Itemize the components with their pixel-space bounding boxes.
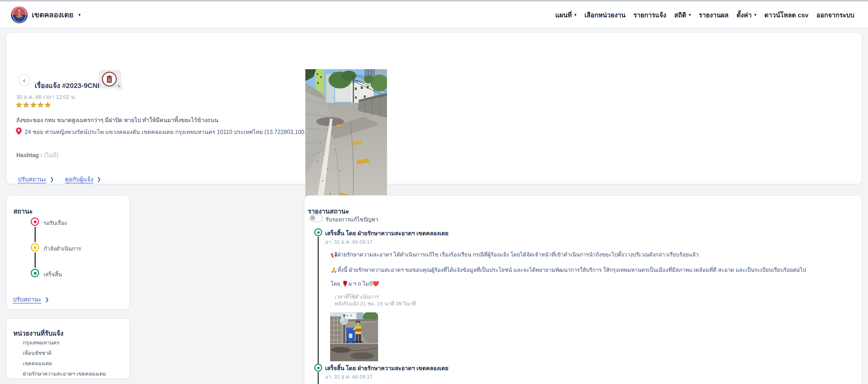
menu-label: ดาวน์โหลด csv (764, 10, 808, 20)
agency-item: ฝ่ายรักษาความสะอาดฯ เขตคลองเตย (23, 370, 106, 378)
menu-select-agency[interactable]: เลือกหน่วยงาน (584, 10, 625, 20)
completion-photo[interactable] (330, 312, 378, 361)
report-links: ปรับสถานะ ❯ คุยกับผู้แจ้ง ❯ (18, 174, 101, 184)
page: เขตคลองเตย ▾ แผนที่▾ เลือกหน่วยงาน รายกา… (0, 0, 868, 384)
menu-settings[interactable]: ตั้งค่า▾ (736, 10, 756, 20)
hashtag-row: Hashtag :(ไม่มี) (16, 151, 58, 160)
chevron-right-icon: ❯ (97, 176, 101, 182)
hashtag-value: (ไม่มี) (44, 152, 58, 158)
link-label: ปรับสถานะ (18, 174, 46, 184)
adjust-status-link-2[interactable]: ปรับสถานะ ❯ (13, 294, 49, 304)
status-step-done-icon (31, 269, 39, 277)
chevron-down-icon: ▾ (754, 12, 756, 17)
status-step-inprogress-label: กำลังดำเนินการ (43, 244, 81, 253)
chevron-down-icon: ▾ (79, 12, 81, 17)
certify-toggle-label: รับรองการแก้ไขปัญหา (326, 215, 378, 224)
main-menu: แผนที่▾ เลือกหน่วยงาน รายการแจ้ง สถิติ▾ … (555, 1, 855, 28)
district-logo-icon (11, 6, 28, 23)
agency-item: เขตคลองเตย (23, 359, 52, 368)
report-datetime: 30 ธ.ค. 66 เวลา 12:02 น. (16, 93, 76, 101)
back-button[interactable]: ‹ (18, 74, 30, 86)
report-card: ‹ เรื่องแจ้ง #2023-9CNK9D ✎ 30 ธ.ค. 66 เ… (6, 32, 862, 184)
entry-title: เสร็จสิ้น โดย ฝ่ายรักษาความสะอาดฯ เขตคลอ… (325, 364, 448, 373)
agency-item: เพื่อนชัชชาติ (23, 349, 52, 357)
status-report-card: รายงานสถานะ (304, 195, 862, 384)
category-badge[interactable]: ✎ (99, 70, 121, 89)
status-connector (35, 227, 36, 242)
chevron-right-icon: ❯ (50, 176, 54, 182)
menu-label: รายการแจ้ง (633, 10, 666, 20)
entry-time-used-value: หลังรับแจ้ง 21 ชม. 15 นาที 39 วินาที (335, 300, 416, 308)
link-label: คุยกับผู้แจ้ง (65, 174, 93, 184)
entry-title: เสร็จสิ้น โดย ฝ่ายรักษาความสะอาดฯ เขตคลอ… (325, 229, 448, 238)
chevron-down-icon: ▾ (574, 12, 577, 17)
menu-download-csv[interactable]: ดาวน์โหลด csv (764, 10, 808, 20)
agency-item: กรุงเทพมหานคร (23, 339, 59, 347)
certify-toggle[interactable] (309, 214, 323, 222)
menu-label: แผนที่ (555, 10, 572, 20)
timeline-connector (318, 237, 319, 364)
chevron-down-icon: ▾ (689, 12, 691, 17)
status-step-done-label: เสร็จสิ้น (43, 270, 62, 279)
menu-label: สถิติ (674, 10, 686, 20)
link-label: ปรับสถานะ (13, 294, 41, 304)
status-step-pending-label: รอรับเรื่อง (43, 218, 67, 227)
timeline-done-icon (314, 228, 322, 236)
report-photo[interactable] (305, 69, 387, 216)
menu-results-report[interactable]: รายงานผล (699, 10, 728, 20)
location-row: 24 ซอย ท่านหญิงพวงรัตน์ประไพ แขวงคลองตัน… (16, 128, 327, 137)
entry-byline: โดย 🌹ผ ฯ ถ ไมป์❤️ (331, 279, 379, 288)
menu-map[interactable]: แผนที่▾ (555, 10, 577, 20)
back-chevron-icon: ‹ (23, 76, 25, 84)
district-selector[interactable]: เขตคลองเตย ▾ (11, 6, 81, 23)
status-step-inprogress-icon (31, 243, 39, 251)
chevron-right-icon: ❯ (45, 296, 49, 302)
menu-label: ออกจากระบบ (816, 10, 855, 20)
rating-stars: ★★★★★ (16, 101, 52, 109)
location-pin-icon (16, 128, 22, 137)
menu-label: รายงานผล (699, 10, 728, 20)
entry-message-line2: 🙏ทั้งนี้ ฝ่ายรักษาความสะอาดฯ ขอขอบคุณผู้… (331, 266, 806, 274)
status-connector (35, 252, 36, 268)
chat-with-reporter-link[interactable]: คุยกับผู้แจ้ง ❯ (65, 174, 101, 184)
entry-datetime: อา. 31 ธ.ค. 66 09:17 (325, 238, 372, 246)
trash-bin-icon (102, 72, 117, 86)
timeline-connector (318, 372, 319, 384)
status-step-pending-icon (31, 217, 39, 226)
entry-message-line1: 📢ฝ่ายรักษาความสะอาดฯ ได้ดำเนินการแก้ไข เ… (331, 250, 699, 259)
menu-logout[interactable]: ออกจากระบบ (816, 10, 855, 20)
location-text: 24 ซอย ท่านหญิงพวงรัตน์ประไพ แขวงคลองตัน… (25, 128, 327, 136)
report-description: ถังขยะของ กทม ขนาดสูงเมตรกว่าๆ มีฝาปิด ห… (16, 116, 218, 125)
entry-datetime: อา. 31 ธ.ค. 66 09:17 (325, 373, 372, 381)
menu-label: เลือกหน่วยงาน (584, 10, 625, 20)
menu-label: ตั้งค่า (736, 10, 752, 20)
hashtag-label: Hashtag : (16, 152, 42, 158)
timeline-done-icon (314, 364, 322, 372)
district-name: เขตคลองเตย (32, 9, 73, 21)
menu-statistics[interactable]: สถิติ▾ (674, 10, 691, 20)
adjust-status-link[interactable]: ปรับสถานะ ❯ (18, 174, 54, 184)
navbar: เขตคลองเตย ▾ แผนที่▾ เลือกหน่วยงาน รายกา… (0, 1, 868, 28)
menu-report-list[interactable]: รายการแจ้ง (633, 10, 666, 20)
edit-pencil-icon[interactable]: ✎ (116, 83, 122, 90)
agencies-card-title: หน่วยงานที่รับแจ้ง (13, 328, 63, 339)
status-card-title: สถานะ (13, 206, 33, 216)
